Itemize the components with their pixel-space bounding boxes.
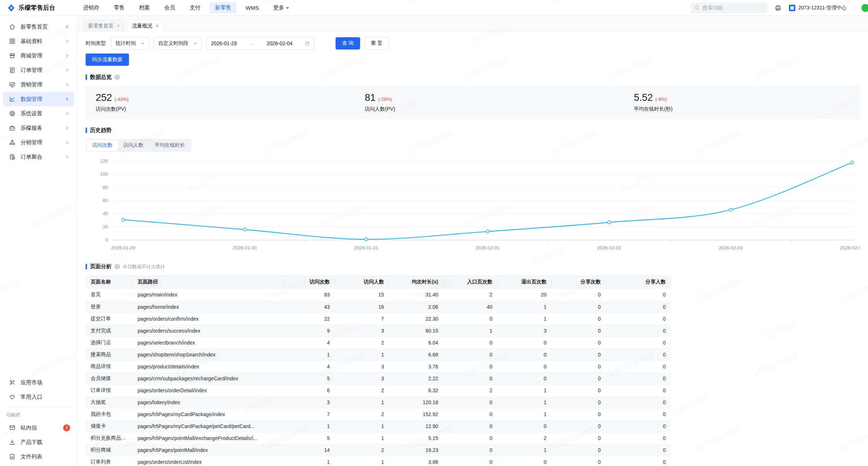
overview-stat-card: 252 (-43%) 访问次数(PV) 81 (-28%) 访问人数(PV) 5… <box>86 86 860 119</box>
stat-delta: (-28%) <box>378 97 392 102</box>
nav-item-new-retail[interactable]: 新零售 <box>210 2 237 13</box>
time-type-label: 时间类型 <box>86 40 106 47</box>
brand-logo-icon <box>7 4 15 12</box>
sidebar-item-home[interactable]: 新零售首页 <box>3 20 74 34</box>
value-cell: 3 <box>497 325 552 337</box>
sidebar-item-distribution-management[interactable]: 分销管理 <box>3 135 74 150</box>
sidebar-item-data-management[interactable]: 数据管理 <box>3 92 74 106</box>
value-cell: 1 <box>497 301 552 313</box>
value-cell: 14 <box>284 444 335 456</box>
sidebar-item-file-list[interactable]: 文件列表 <box>3 449 74 464</box>
sidebar-item-marketing-management[interactable]: 营销管理 <box>3 77 74 92</box>
table-row: 选择门店pages/selectbranch/index426.040000 <box>86 337 671 349</box>
sidebar-item-label: 应用市场 <box>21 379 70 386</box>
sidebar-item-system-settings[interactable]: 系统设置 <box>3 106 74 121</box>
close-tab-icon[interactable]: × <box>117 23 120 29</box>
value-cell: 0 <box>497 372 552 384</box>
value-cell: 0 <box>606 313 671 325</box>
stat-label: 访问人数(PV) <box>365 106 634 112</box>
nav-item-retail[interactable]: 零售 <box>108 2 130 13</box>
tab-traffic-overview[interactable]: 流量概况 × <box>128 20 164 32</box>
sidebar-item-order-management[interactable]: 订单管理 <box>3 63 74 77</box>
nav-item-member[interactable]: 会员 <box>159 2 181 13</box>
sidebar-item-product-download[interactable]: 产品下载 <box>3 435 74 449</box>
value-cell: 2 <box>335 384 389 396</box>
trend-chart-container: 0204060801001202026-01-292026-01-302026-… <box>86 155 860 255</box>
table-header: 页面名称页面路径访问次数访问人数均次时长(s)入口页次数退出页次数分享次数分享人… <box>86 275 671 289</box>
value-cell: 7 <box>284 408 335 420</box>
tenant-switcher[interactable]: 2073-12311-管理中心 <box>789 5 847 11</box>
sidebar-item-label: 订单聚合 <box>21 154 60 161</box>
download-icon <box>9 439 16 446</box>
table-row: 首页pages/main/index831531.4022000 <box>86 289 671 301</box>
sidebar-item-frequent-entries[interactable]: 常用入口 <box>3 390 74 404</box>
printer-icon[interactable] <box>774 4 782 12</box>
stat-label: 平均在线时长(秒) <box>634 106 860 112</box>
nav-item-wms[interactable]: WMS <box>240 3 264 13</box>
search-placeholder: 搜索功能 <box>703 5 723 11</box>
avatar[interactable] <box>861 4 868 12</box>
tab-new-retail-home[interactable]: 新零售首页 × <box>83 20 125 32</box>
sync-traffic-button[interactable]: 同步流量数据 <box>86 54 129 66</box>
table-header-row: 页面名称页面路径访问次数访问人数均次时长(s)入口页次数退出页次数分享次数分享人… <box>86 275 671 289</box>
sidebar-item-label: 乐檬服务 <box>21 125 60 132</box>
help-icon[interactable]: ? <box>115 264 120 269</box>
page-name-cell: 支付完成 <box>86 325 133 337</box>
sidebar-item-mall-management[interactable]: 商城管理 <box>3 48 74 63</box>
value-cell: 0 <box>552 289 606 301</box>
trend-tab-2[interactable]: 平均在线时长 <box>149 140 190 151</box>
data-icon <box>9 95 16 103</box>
sidebar-item-site-mail[interactable]: 站内信 2 <box>3 420 74 435</box>
content: 时间类型 统计时间 自定义时间段 2026-01-29 → 2026-02-04 <box>78 37 868 466</box>
table-row: 搜索商品pages/shopItem/shopSearch/index116.6… <box>86 349 671 360</box>
sidebar-item-app-market[interactable]: 应用市场 <box>3 375 74 390</box>
query-button[interactable]: 查 询 <box>336 37 360 50</box>
chevron-right-icon <box>64 125 70 131</box>
value-cell: 6 <box>284 384 335 396</box>
value-cell: 0 <box>443 313 497 325</box>
value-cell: 1 <box>497 408 552 420</box>
time-type-select[interactable]: 统计时间 <box>111 37 149 50</box>
value-cell: 0 <box>497 360 552 372</box>
value-cell: 40 <box>443 301 497 313</box>
sidebar-item-label: 订单管理 <box>21 67 60 74</box>
reset-button[interactable]: 重 置 <box>364 37 389 50</box>
value-cell: 16 <box>335 301 389 313</box>
nav-item-archives[interactable]: 档案 <box>134 2 155 13</box>
table-row: 商品详情pages/product/details/index433.76000… <box>86 360 671 372</box>
value-cell: 2 <box>335 408 389 420</box>
help-icon[interactable]: ? <box>115 74 120 80</box>
nav-item-purchase-sale-stock[interactable]: 进销存 <box>78 2 105 13</box>
appmarket-icon <box>9 379 16 386</box>
value-cell: 0 <box>552 384 606 396</box>
page-path-cell: pages/crm/subpackages/rechargeCard/index <box>133 372 284 384</box>
period-select[interactable]: 自定义时间段 <box>154 37 202 50</box>
topbar-right: 搜索功能 2073-12311-管理中心 <box>691 3 862 13</box>
value-cell: 0 <box>606 396 671 408</box>
page-name-cell: 储值卡 <box>86 420 133 432</box>
collapse-sidebar-icon[interactable] <box>64 24 70 30</box>
table-row: 大抽奖pages/lottery/index31120.180100 <box>86 396 671 408</box>
search-input[interactable]: 搜索功能 <box>691 3 767 13</box>
tenant-name: 2073-12311-管理中心 <box>798 5 847 11</box>
column-header: 入口页次数 <box>443 275 497 289</box>
nav-item-more[interactable]: 更多 <box>268 2 294 13</box>
date-range-picker[interactable]: 2026-01-29 → 2026-02-04 <box>206 37 315 50</box>
trend-tab-0[interactable]: 访问次数 <box>87 140 118 151</box>
value-cell: 0 <box>443 420 497 432</box>
sidebar-item-lemon-services[interactable]: 乐檬服务 <box>3 121 74 135</box>
sidebar-item-label: 数据管理 <box>21 96 60 103</box>
chevron-right-icon <box>64 154 70 160</box>
nav-item-payment[interactable]: 支付 <box>184 2 206 13</box>
trend-tab-1[interactable]: 访问人数 <box>118 140 149 151</box>
search-icon <box>694 5 700 10</box>
close-tab-icon[interactable]: × <box>156 23 159 29</box>
value-cell: 1 <box>284 456 335 466</box>
page-path-cell: pages/product/details/index <box>133 360 284 372</box>
page-analysis-title: 页面分析 <box>90 263 112 270</box>
value-cell: 2 <box>443 289 497 301</box>
value-cell: 4 <box>284 360 335 372</box>
value-cell: 1 <box>335 396 389 408</box>
sidebar-item-order-aggregation[interactable]: 订单聚合 <box>3 150 74 164</box>
sidebar-item-basic-data[interactable]: 基础资料 <box>3 34 74 48</box>
